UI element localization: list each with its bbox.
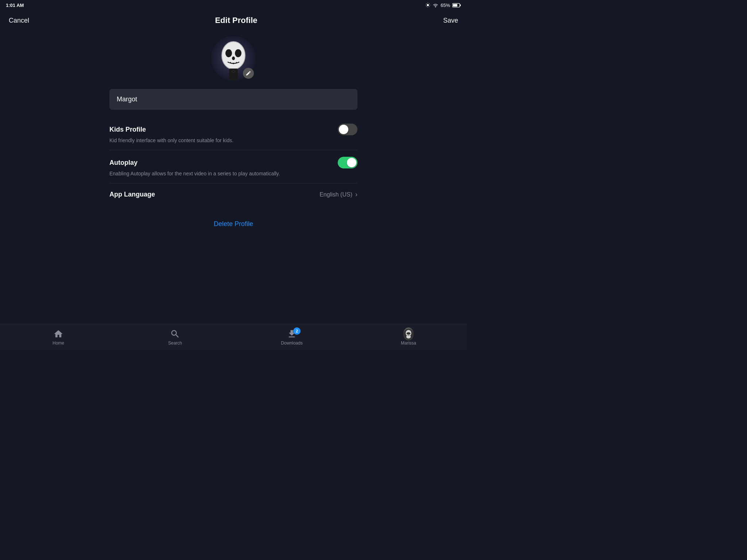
autoplay-label: Autoplay	[109, 159, 138, 167]
profile-avatar-icon	[403, 329, 414, 339]
profile-name-input[interactable]	[109, 89, 357, 110]
status-icons: 65%	[425, 3, 461, 8]
save-button[interactable]: Save	[443, 17, 458, 24]
tab-downloads[interactable]: 2 Downloads	[277, 329, 306, 346]
chevron-right-icon: ›	[355, 191, 357, 198]
avatar-section	[212, 36, 255, 80]
pencil-icon	[245, 70, 251, 76]
settings-section: Kids Profile Kid friendly interface with…	[109, 117, 357, 206]
bottom-tab-bar: Home Search 2 Downloads	[0, 324, 467, 350]
profile-label: Marissa	[401, 341, 416, 346]
svg-line-3	[426, 3, 426, 4]
tab-search[interactable]: Search	[160, 329, 190, 346]
status-time: 1:01 AM	[6, 3, 24, 8]
brightness-icon	[425, 3, 430, 8]
svg-point-15	[225, 49, 232, 57]
downloads-label: Downloads	[281, 341, 302, 346]
kids-profile-description: Kid friendly interface with only content…	[109, 137, 357, 143]
autoplay-track	[338, 157, 357, 168]
downloads-badge: 2	[293, 327, 301, 335]
kids-profile-row-top: Kids Profile	[109, 124, 357, 135]
kids-profile-setting: Kids Profile Kid friendly interface with…	[109, 117, 357, 150]
svg-point-17	[232, 57, 235, 60]
search-label: Search	[168, 341, 182, 346]
tab-home[interactable]: Home	[44, 329, 73, 346]
autoplay-description: Enabling Autoplay allows for the next vi…	[109, 171, 357, 176]
svg-point-0	[427, 4, 429, 6]
tab-profile[interactable]: Marissa	[394, 329, 423, 346]
kids-profile-thumb	[339, 125, 348, 134]
svg-point-26	[407, 332, 411, 334]
marissa-avatar	[403, 327, 414, 341]
language-setting[interactable]: App Language English (US) ›	[109, 183, 357, 206]
autoplay-toggle[interactable]	[338, 157, 357, 168]
svg-line-8	[429, 3, 430, 4]
svg-rect-11	[453, 4, 457, 7]
page-title: Edit Profile	[215, 16, 257, 25]
name-input-container	[109, 89, 357, 110]
downloads-icon: 2	[287, 329, 297, 339]
avatar-container	[212, 36, 255, 80]
cancel-button[interactable]: Cancel	[9, 17, 29, 24]
svg-point-16	[235, 49, 241, 57]
delete-section: Delete Profile	[109, 220, 357, 228]
svg-rect-10	[460, 4, 461, 6]
battery-percent: 65%	[441, 3, 450, 8]
wifi-icon	[433, 3, 438, 7]
language-value: English (US)	[320, 191, 352, 198]
language-label: App Language	[109, 191, 155, 198]
status-bar: 1:01 AM 65%	[0, 0, 467, 10]
home-label: Home	[53, 341, 64, 346]
svg-rect-27	[407, 335, 410, 335]
top-nav: Cancel Edit Profile Save	[0, 10, 467, 31]
battery-icon	[452, 3, 461, 8]
autoplay-thumb	[347, 158, 356, 167]
kids-profile-toggle[interactable]	[338, 124, 357, 135]
svg-line-4	[429, 7, 430, 7]
edit-avatar-button[interactable]	[243, 68, 254, 79]
kids-profile-track	[338, 124, 357, 135]
search-icon	[170, 329, 180, 339]
delete-profile-button[interactable]: Delete Profile	[214, 220, 253, 228]
autoplay-row-top: Autoplay	[109, 157, 357, 168]
svg-line-7	[426, 7, 426, 7]
main-content: Kids Profile Kid friendly interface with…	[0, 31, 467, 324]
autoplay-setting: Autoplay Enabling Autoplay allows for th…	[109, 150, 357, 183]
home-icon	[53, 329, 63, 339]
language-value-container: English (US) ›	[320, 191, 357, 198]
kids-profile-label: Kids Profile	[109, 126, 146, 133]
